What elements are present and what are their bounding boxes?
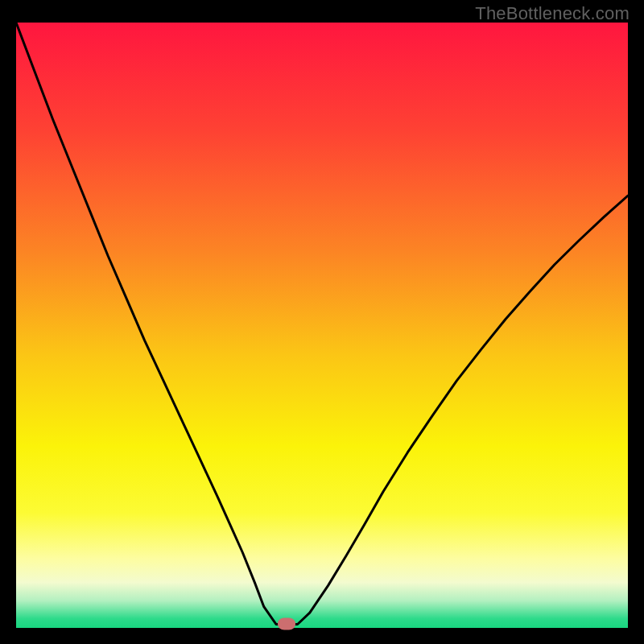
bottleneck-chart — [16, 23, 628, 628]
gradient-background — [16, 23, 628, 628]
plot-area — [16, 23, 628, 628]
optimum-marker — [278, 618, 295, 630]
chart-frame: TheBottleneck.com — [0, 0, 644, 644]
watermark-text: TheBottleneck.com — [475, 3, 630, 24]
